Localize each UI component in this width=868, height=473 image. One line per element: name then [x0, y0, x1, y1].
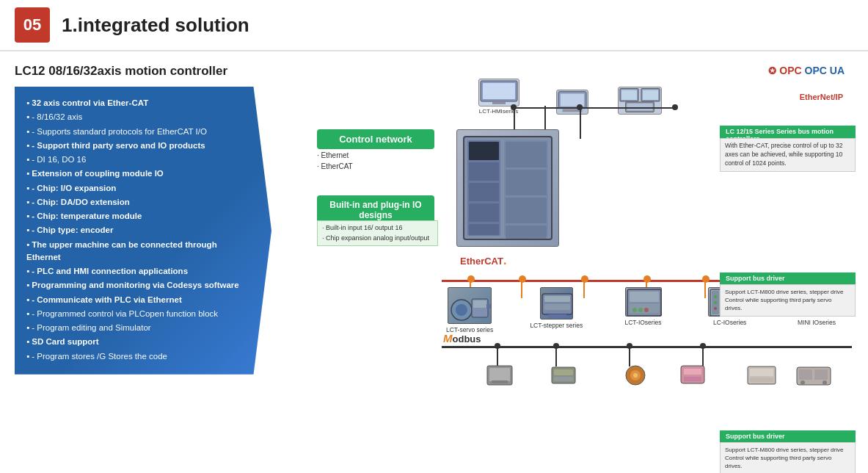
opc-ua-text: OPC UA [805, 65, 845, 76]
cn-item1: · Ethernet [317, 150, 353, 161]
svg-rect-63 [684, 369, 701, 375]
mini-io-label: MINI IOseries [798, 319, 836, 326]
list-item: ▪ - DI 16, DO 16 [26, 154, 242, 166]
modbus-text: odbus [453, 333, 481, 344]
cn-item2: · EtherCAT [317, 161, 353, 172]
support-bus-bottom-title: Support bus driver [720, 430, 856, 442]
bus-dot-5 [702, 275, 710, 283]
modbus-m: M [443, 332, 453, 344]
modbus-label: Modbus [443, 332, 481, 344]
svg-point-38 [644, 308, 649, 312]
builtin-io-title: Built-in and plug-in IO designs [329, 200, 421, 220]
pc-device [556, 90, 588, 115]
list-item: ▪ - 8/16/32 axis [26, 111, 242, 123]
opc-ua-label: ✪ OPC OPC UA [768, 65, 845, 76]
list-item: ▪ - Chip: temperature module [26, 210, 242, 223]
svg-rect-57 [554, 369, 573, 375]
svg-rect-28 [486, 304, 491, 308]
accessories-row [442, 364, 856, 388]
list-item: ▪ - Support third party servo and IO pro… [26, 140, 242, 152]
svg-rect-2 [492, 102, 506, 104]
svg-rect-21 [506, 170, 547, 195]
lc-io-label: LC-IOseries [713, 319, 746, 326]
support-bus-top-desc: Support LCT-M800 drive series, stepper d… [720, 284, 856, 317]
dot-top-left [511, 104, 517, 110]
stepper-icon [540, 287, 573, 319]
svg-point-25 [456, 304, 467, 316]
svg-rect-55 [492, 380, 508, 383]
svg-point-44 [714, 295, 717, 298]
acc-1 [486, 364, 514, 386]
acc-2 [550, 364, 577, 386]
bio-item2: · Chip expansion analog input/output [322, 234, 433, 244]
vline-pc [580, 106, 581, 139]
page-header: 05 1.integrated solution [0, 0, 868, 51]
svg-rect-15 [469, 142, 499, 160]
bus-dot-3 [581, 275, 588, 283]
lct-io-icon [625, 287, 662, 317]
bus-dot-1 [467, 275, 475, 283]
page-title: 1.integrated solution [62, 14, 249, 37]
list-item: ▪ - Program editing and Simulator [26, 322, 242, 334]
support-bus-top-title: Support bus driver [720, 272, 856, 284]
svg-rect-34 [630, 292, 659, 302]
svg-rect-58 [554, 377, 573, 381]
lct-stepper-device: LCT-stepper series [517, 287, 595, 329]
dot-top-right [672, 104, 678, 110]
lct-io-label: LCT-IOseries [624, 319, 661, 326]
bus-dot-2 [519, 275, 526, 283]
svg-rect-64 [684, 377, 701, 381]
page-number: 05 [15, 7, 50, 43]
list-item: ▪ - Programmed control via PLCopen funct… [26, 308, 242, 320]
svg-point-36 [632, 308, 637, 312]
list-item: ▪ 32 axis control via Ether-CAT [26, 97, 242, 109]
list-item: ▪ Extension of coupling module IO [26, 167, 242, 180]
svg-rect-9 [642, 90, 657, 101]
monitor-device [618, 87, 662, 115]
pc-icon [556, 90, 588, 115]
features-box: ▪ 32 axis control via Ether-CAT ▪ - 8/16… [15, 87, 271, 375]
stepper-label: LCT-stepper series [530, 322, 583, 329]
vline-acc-3 [629, 346, 630, 367]
right-panel: LCT-HMIseries [286, 51, 868, 473]
controller-unit [456, 129, 559, 247]
svg-point-72 [823, 380, 827, 385]
acc-3 [624, 364, 646, 386]
list-item: ▪ - Chip: I/O expansion [26, 182, 242, 195]
svg-rect-32 [548, 314, 566, 318]
list-item: ▪ SD Card support [26, 336, 242, 348]
svg-rect-20 [506, 142, 547, 167]
hmi-icon [478, 79, 519, 106]
svg-rect-27 [473, 300, 486, 308]
svg-rect-23 [506, 225, 547, 239]
support-bus-bottom-desc: Support LCT-M800 drive series, stepper d… [720, 442, 856, 473]
dot-top-mid [577, 104, 583, 110]
left-title: LC12 08/16/32axis motion controller [15, 63, 271, 79]
svg-rect-31 [544, 304, 570, 310]
svg-rect-67 [750, 378, 773, 382]
vline-down-cn [544, 106, 546, 131]
svg-point-46 [714, 307, 717, 310]
bus-dot-4 [643, 275, 651, 283]
modbus-line [442, 346, 852, 348]
list-item: ▪ The upper machine can be connected thr… [26, 239, 242, 264]
list-item: ▪ - Chip type: encoder [26, 224, 242, 236]
svg-rect-18 [469, 203, 499, 222]
svg-rect-22 [506, 198, 547, 223]
control-network-sub: · Ethernet · EtherCAT [317, 150, 353, 172]
svg-rect-17 [469, 183, 499, 201]
control-network-title: Control network [339, 134, 412, 145]
vline-acc-4 [702, 346, 704, 367]
svg-rect-70 [814, 369, 828, 380]
ethernet-ip-label: EtherNet/IP [800, 93, 843, 101]
svg-rect-30 [544, 296, 570, 302]
list-item: ▪ - Program stores /G Stores the code [26, 350, 242, 363]
list-item: ▪ - PLC and HMI connection applications [26, 265, 242, 278]
main-content: LC12 08/16/32axis motion controller ▪ 32… [0, 51, 868, 473]
ethercat-label: EtherCAT. [460, 254, 506, 267]
acc-5 [746, 364, 777, 386]
svg-rect-19 [469, 224, 499, 235]
svg-rect-16 [469, 162, 499, 181]
svg-rect-1 [483, 83, 515, 99]
lct-io-device: LCT-IOseries [604, 287, 682, 326]
